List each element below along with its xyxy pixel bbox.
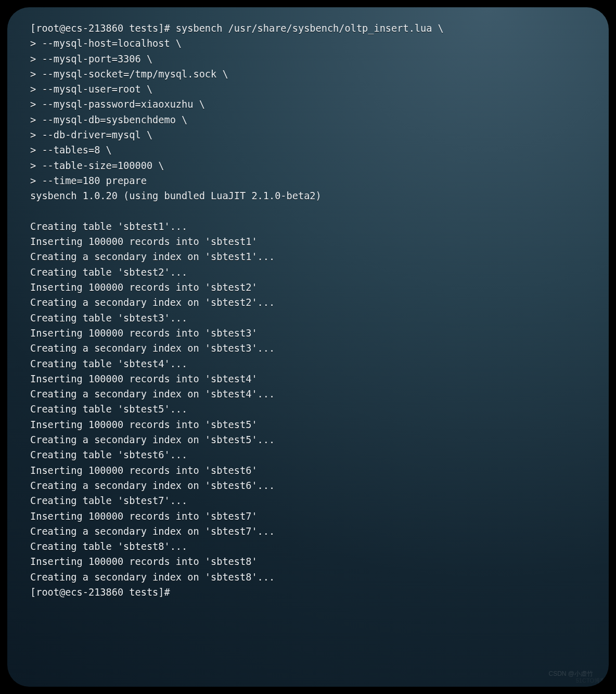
terminal-line: > --db-driver=mysql \ — [30, 127, 586, 143]
terminal-line: Creating a secondary index on 'sbtest1'.… — [30, 249, 586, 264]
terminal-line: Inserting 100000 records into 'sbtest5' — [30, 417, 586, 432]
terminal-line: Creating a secondary index on 'sbtest2'.… — [30, 295, 586, 310]
terminal-line: > --mysql-user=root \ — [30, 82, 586, 97]
terminal-window[interactable]: [root@ecs-213860 tests]# sysbench /usr/s… — [7, 7, 609, 687]
terminal-line: > --mysql-host=localhost \ — [30, 36, 586, 51]
terminal-line — [30, 204, 586, 219]
terminal-line: Creating table 'sbtest8'... — [30, 539, 586, 554]
terminal-line: sysbench 1.0.20 (using bundled LuaJIT 2.… — [30, 188, 586, 203]
terminal-line: Creating a secondary index on 'sbtest5'.… — [30, 432, 586, 447]
terminal-line: > --table-size=100000 \ — [30, 158, 586, 173]
terminal-line: > --mysql-socket=/tmp/mysql.sock \ — [30, 67, 586, 82]
terminal-line: Creating table 'sbtest5'... — [30, 402, 586, 417]
terminal-line: > --mysql-password=xiaoxuzhu \ — [30, 97, 586, 112]
terminal-outer-frame: [root@ecs-213860 tests]# sysbench /usr/s… — [0, 0, 616, 694]
terminal-line: Creating table 'sbtest7'... — [30, 493, 586, 508]
terminal-line: Inserting 100000 records into 'sbtest2' — [30, 280, 586, 295]
terminal-line: Creating a secondary index on 'sbtest4'.… — [30, 387, 586, 402]
terminal-line: > --time=180 prepare — [30, 173, 586, 188]
terminal-line: Inserting 100000 records into 'sbtest7' — [30, 509, 586, 524]
terminal-line: [root@ecs-213860 tests]# — [30, 585, 586, 600]
terminal-line: Creating table 'sbtest4'... — [30, 356, 586, 371]
terminal-line: > --tables=8 \ — [30, 143, 586, 158]
terminal-line: Creating table 'sbtest3'... — [30, 311, 586, 326]
terminal-line: Inserting 100000 records into 'sbtest1' — [30, 234, 586, 249]
terminal-line: Creating table 'sbtest6'... — [30, 447, 586, 462]
terminal-line: Creating table 'sbtest1'... — [30, 219, 586, 234]
terminal-line: Creating a secondary index on 'sbtest3'.… — [30, 341, 586, 356]
terminal-line: [root@ecs-213860 tests]# sysbench /usr/s… — [30, 21, 586, 36]
terminal-line: Inserting 100000 records into 'sbtest6' — [30, 463, 586, 478]
terminal-line: > --mysql-port=3306 \ — [30, 52, 586, 67]
terminal-line: Creating a secondary index on 'sbtest7'.… — [30, 524, 586, 539]
terminal-line: > --mysql-db=sysbenchdemo \ — [30, 112, 586, 127]
terminal-line: Creating a secondary index on 'sbtest8'.… — [30, 570, 586, 585]
terminal-line: Inserting 100000 records into 'sbtest8' — [30, 554, 586, 569]
terminal-line: Inserting 100000 records into 'sbtest3' — [30, 326, 586, 341]
terminal-line: Creating a secondary index on 'sbtest6'.… — [30, 478, 586, 493]
watermark-51cto: 51CTO博客 — [576, 677, 606, 685]
terminal-line: Creating table 'sbtest2'... — [30, 265, 586, 280]
terminal-line: Inserting 100000 records into 'sbtest4' — [30, 371, 586, 387]
